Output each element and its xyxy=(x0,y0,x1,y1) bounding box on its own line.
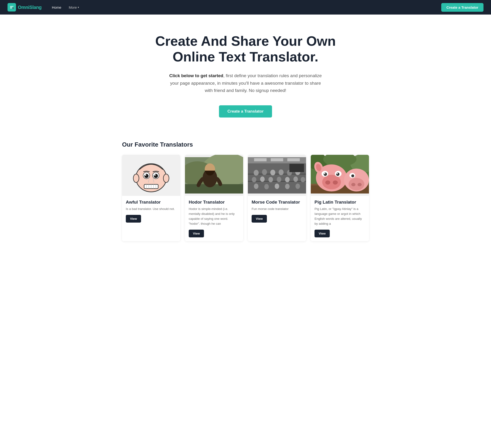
morse-translator-image xyxy=(248,155,306,196)
morse-card-title: Morse Code Translator xyxy=(252,200,302,205)
svg-point-56 xyxy=(322,175,341,190)
svg-point-39 xyxy=(277,177,281,182)
hodor-card-body: Hodor Translator Hodor is simple-minded … xyxy=(185,196,243,241)
pig-latin-translator-image xyxy=(311,155,369,196)
morse-card-desc: Fun morse code translator xyxy=(252,207,302,211)
svg-point-3 xyxy=(133,174,139,183)
chevron-down-icon: ▾ xyxy=(78,6,79,9)
card-awful-translator[interactable]: Awful Translator Is a bad translator. Us… xyxy=(122,155,180,241)
svg-point-69 xyxy=(351,183,356,186)
hero-subtitle-bold: Click below to get started xyxy=(169,73,223,78)
svg-rect-26 xyxy=(271,158,283,161)
svg-point-44 xyxy=(264,184,269,190)
morse-view-button[interactable]: View xyxy=(252,215,267,223)
card-hodor-translator[interactable]: Hodor Translator Hodor is simple-minded … xyxy=(185,155,243,241)
svg-point-38 xyxy=(268,177,273,183)
pig-latin-card-body: Pig Latin Translator Pig Latin, or "Igpa… xyxy=(311,196,369,241)
awful-card-title: Awful Translator xyxy=(126,200,177,205)
svg-rect-48 xyxy=(289,164,304,172)
nav-more-dropdown[interactable]: More ▾ xyxy=(66,3,82,11)
hodor-card-title: Hodor Translator xyxy=(189,200,239,205)
logo-icon xyxy=(8,3,16,11)
svg-point-45 xyxy=(274,184,279,189)
svg-point-7 xyxy=(145,174,146,176)
navbar: OmniSlang Home More ▾ Create a Translato… xyxy=(0,0,491,15)
pig-latin-view-button[interactable]: View xyxy=(314,230,330,237)
svg-point-30 xyxy=(262,169,267,175)
section-title: Our Favorite Translators xyxy=(122,141,369,148)
svg-point-40 xyxy=(285,177,290,183)
card-pig-latin-translator[interactable]: Pig Latin Translator Pig Latin, or "Igpa… xyxy=(311,155,369,241)
hero-create-translator-button[interactable]: Create a Translator xyxy=(219,105,272,118)
svg-rect-27 xyxy=(287,158,300,161)
svg-point-37 xyxy=(260,177,264,182)
svg-point-31 xyxy=(270,170,275,176)
nav-home-link[interactable]: Home xyxy=(49,3,64,11)
svg-point-58 xyxy=(333,181,338,185)
morse-card-body: Morse Code Translator Fun morse code tra… xyxy=(248,196,306,226)
hodor-card-desc: Hodor is simple-minded (i.e. mentally di… xyxy=(189,207,239,226)
svg-point-61 xyxy=(324,173,325,174)
logo-link[interactable]: OmniSlang xyxy=(8,3,42,11)
awful-card-desc: Is a bad translator. Use should not. xyxy=(126,207,177,211)
cards-grid: Awful Translator Is a bad translator. Us… xyxy=(122,155,369,241)
awful-translator-image xyxy=(122,155,180,196)
nav-create-translator-button[interactable]: Create a Translator xyxy=(441,3,483,12)
svg-point-29 xyxy=(254,170,259,176)
svg-point-64 xyxy=(337,173,338,174)
awful-view-button[interactable]: View xyxy=(126,215,141,223)
svg-rect-25 xyxy=(254,158,267,161)
svg-point-63 xyxy=(336,173,339,176)
svg-point-70 xyxy=(358,183,362,186)
svg-point-36 xyxy=(252,177,256,183)
pig-latin-card-title: Pig Latin Translator xyxy=(314,200,365,205)
hodor-translator-image xyxy=(185,155,243,196)
svg-point-4 xyxy=(163,174,169,183)
svg-point-43 xyxy=(254,184,258,189)
nav-more-label: More xyxy=(69,5,77,9)
svg-point-60 xyxy=(324,173,327,176)
svg-point-9 xyxy=(154,174,158,178)
svg-rect-35 xyxy=(248,181,306,182)
card-morse-translator[interactable]: Morse Code Translator Fun morse code tra… xyxy=(248,155,306,241)
nav-links: Home More ▾ xyxy=(49,3,441,11)
svg-point-68 xyxy=(349,178,364,191)
pig-latin-card-desc: Pig Latin, or "Igpay Atinlay" is a langu… xyxy=(314,207,365,226)
favorites-section: Our Favorite Translators xyxy=(116,132,375,255)
hodor-view-button[interactable]: View xyxy=(189,230,204,237)
hero-title: Create And Share Your Own Online Text Tr… xyxy=(145,33,346,64)
svg-point-72 xyxy=(351,174,354,177)
svg-point-10 xyxy=(154,174,156,176)
awful-card-body: Awful Translator Is a bad translator. Us… xyxy=(122,196,180,226)
svg-point-47 xyxy=(295,184,300,189)
svg-point-42 xyxy=(301,177,305,183)
svg-point-32 xyxy=(279,170,283,175)
svg-point-41 xyxy=(293,177,298,182)
svg-point-6 xyxy=(144,174,149,178)
hero-section: Create And Share Your Own Online Text Tr… xyxy=(140,15,351,132)
hero-subtitle: Click below to get started, first define… xyxy=(166,72,325,94)
svg-point-57 xyxy=(325,181,330,185)
logo-text: OmniSlang xyxy=(18,5,42,10)
svg-point-46 xyxy=(285,184,290,189)
